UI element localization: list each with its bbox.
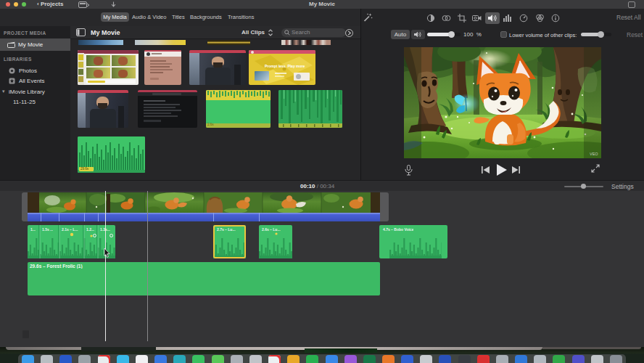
svg-text:VEO: VEO — [590, 152, 598, 156]
